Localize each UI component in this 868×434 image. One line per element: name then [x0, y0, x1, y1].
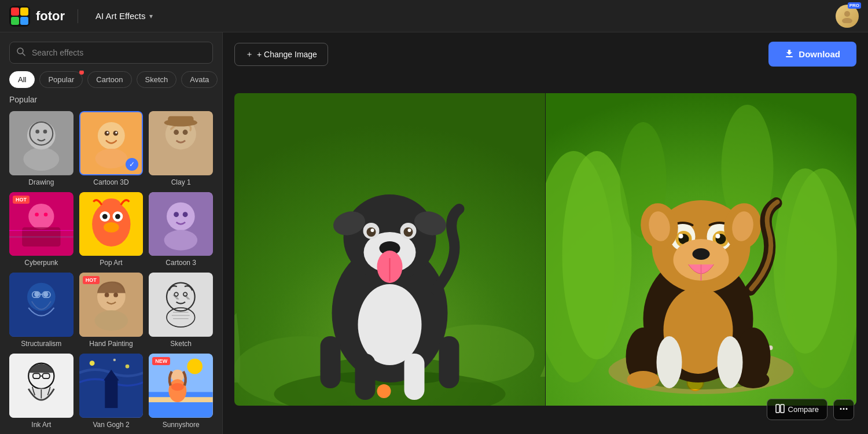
- svg-rect-79: [105, 379, 117, 408]
- svg-point-135: [737, 371, 770, 388]
- ai-art-effects-button[interactable]: AI Art Effects ▾: [91, 9, 157, 23]
- svg-point-21: [95, 149, 127, 168]
- section-popular-label: Popular: [9, 95, 213, 104]
- effect-thumb-cartoon3d: ✓: [79, 111, 144, 175]
- svg-rect-2: [20, 8, 28, 16]
- tab-popular[interactable]: Popular: [39, 71, 83, 88]
- filter-tabs: All Popular Cartoon Sketch Avata ›: [0, 71, 222, 95]
- svg-point-40: [102, 214, 107, 219]
- compare-button[interactable]: Compare: [767, 399, 827, 420]
- original-image-panel: [234, 93, 545, 406]
- effect-clay1[interactable]: Clay 1: [149, 111, 213, 187]
- pro-badge: PRO: [848, 2, 861, 9]
- tab-avatar[interactable]: Avata: [181, 71, 218, 88]
- logo-area: fotor AI Art Effects ▾: [9, 6, 157, 27]
- badge-hot-cyberpunk: HOT: [13, 196, 30, 204]
- thumb-svg-cartoon3: [149, 192, 213, 256]
- effect-name-cyberpunk: Cyberpunk: [9, 259, 73, 268]
- effect-popart[interactable]: Pop Art: [79, 192, 144, 269]
- svg-rect-3: [11, 17, 19, 25]
- effect-name-clay1: Clay 1: [149, 178, 213, 187]
- effect-cartoon3[interactable]: Cartoon 3: [149, 192, 213, 269]
- svg-rect-27: [168, 116, 194, 124]
- badge-hot-handpainting: HOT: [83, 276, 100, 284]
- svg-point-104: [367, 227, 376, 237]
- original-photo-svg: [234, 93, 545, 406]
- svg-point-107: [408, 229, 411, 232]
- header: fotor AI Art Effects ▾ PRO: [0, 0, 868, 32]
- download-label: Download: [799, 49, 840, 59]
- effects-grid-row4: Ink Art: [9, 354, 213, 430]
- effect-thumb-clay1: [149, 111, 213, 175]
- thumb-svg-drawing: [9, 111, 73, 175]
- avatar-icon: [840, 9, 854, 23]
- download-button[interactable]: Download: [768, 42, 856, 67]
- search-wrapper: [9, 42, 213, 64]
- header-right: PRO: [836, 5, 859, 28]
- logo-text: fotor: [36, 9, 65, 24]
- more-options-button[interactable]: ···: [833, 399, 854, 420]
- effect-sketch[interactable]: Sketch: [149, 273, 213, 349]
- effect-thumb-cartoon3: [149, 192, 213, 256]
- svg-point-19: [106, 132, 108, 134]
- svg-point-25: [183, 130, 188, 135]
- svg-point-116: [377, 384, 391, 398]
- svg-point-48: [164, 230, 198, 250]
- tab-all[interactable]: All: [9, 71, 35, 88]
- ai-art-effects-label: AI Art Effects: [95, 11, 145, 21]
- svg-rect-155: [781, 404, 784, 413]
- change-image-button[interactable]: ＋ + Change Image: [234, 43, 328, 66]
- search-input[interactable]: [9, 42, 213, 64]
- image-comparison: [223, 76, 868, 434]
- effect-name-sketch: Sketch: [149, 340, 213, 349]
- effect-name-cartoon3: Cartoon 3: [149, 259, 213, 268]
- effect-photo-svg: [546, 93, 856, 406]
- effect-handpainting[interactable]: HOT Hand Painting: [79, 273, 144, 349]
- effect-name-vangogh2: Van Gogh 2: [79, 421, 144, 430]
- badge-new-sunnyshore: NEW: [152, 357, 170, 365]
- effect-inkart[interactable]: Ink Art: [9, 354, 73, 430]
- effect-sunnyshore[interactable]: NEW: [149, 354, 213, 430]
- selected-checkmark: ✓: [126, 158, 138, 171]
- search-area: [0, 32, 222, 71]
- effect-name-structuralism: Structuralism: [9, 340, 73, 349]
- tab-cartoon[interactable]: Cartoon: [87, 71, 131, 88]
- svg-point-89: [169, 379, 187, 402]
- svg-point-137: [718, 336, 743, 388]
- svg-rect-4: [20, 17, 28, 25]
- svg-point-47: [183, 212, 188, 217]
- effect-name-sunnyshore: Sunnyshore: [149, 421, 213, 430]
- effect-thumb-cyberpunk: HOT: [9, 192, 73, 256]
- svg-point-81: [89, 361, 94, 366]
- sidebar: All Popular Cartoon Sketch Avata › Popul…: [0, 32, 223, 434]
- tab-sketch[interactable]: Sketch: [137, 71, 177, 88]
- effect-cartoon3d[interactable]: ✓ Cartoon 3D: [79, 111, 144, 187]
- svg-rect-1: [11, 8, 19, 16]
- thumb-svg-sketch: [149, 273, 213, 337]
- effect-structuralism[interactable]: Structuralism: [9, 273, 73, 349]
- effect-thumb-vangogh2: [79, 354, 144, 418]
- thumb-svg-inkart: [9, 354, 73, 418]
- svg-point-105: [404, 227, 413, 237]
- effects-scroll-area: Popular: [0, 95, 222, 434]
- svg-point-41: [115, 214, 120, 219]
- svg-point-43: [101, 198, 120, 211]
- effect-drawing[interactable]: Drawing: [9, 111, 73, 187]
- svg-point-60: [94, 311, 128, 331]
- thumb-svg-clay1: [149, 111, 213, 175]
- effect-thumb-drawing: [9, 111, 73, 175]
- more-icon: ···: [839, 403, 848, 415]
- effect-vangogh2[interactable]: Van Gogh 2: [79, 354, 144, 430]
- thumb-svg-vangogh2: [79, 354, 144, 418]
- avatar[interactable]: PRO: [836, 5, 859, 28]
- svg-point-32: [44, 212, 48, 216]
- effect-thumb-popart: [79, 192, 144, 256]
- effects-grid-row3: Structuralism HOT: [9, 273, 213, 349]
- effect-thumb-sketch: [149, 273, 213, 337]
- svg-point-45: [167, 202, 195, 230]
- effects-grid-row1: Drawing: [9, 111, 213, 187]
- effect-thumb-sunnyshore: NEW: [149, 354, 213, 418]
- svg-point-42: [104, 222, 119, 233]
- effect-cyberpunk[interactable]: HOT Cyberpunk: [9, 192, 73, 269]
- change-image-label: + Change Image: [257, 50, 317, 59]
